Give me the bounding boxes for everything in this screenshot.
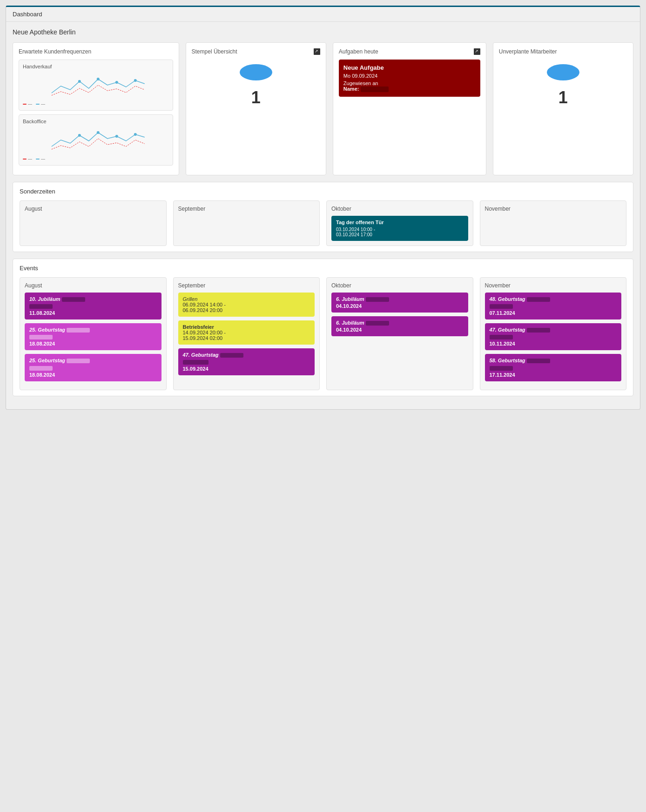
svg-point-4 bbox=[78, 134, 81, 137]
unverplante-title: Unverplante Mitarbeiter bbox=[499, 48, 627, 55]
sonderzeiten-months: August September Oktober Tag der offenen… bbox=[20, 200, 626, 246]
legend-item-4: — bbox=[36, 157, 45, 161]
svg-point-3 bbox=[134, 79, 137, 82]
event-nov-2[interactable]: 47. Geburtstag 10.11.2024 bbox=[485, 323, 622, 350]
blurred-name-2 bbox=[67, 328, 90, 333]
event-nov-3[interactable]: 58. Geburtstag 17.11.2024 bbox=[485, 354, 622, 381]
events-months: August 10. Jubiläum 11.08.2024 25. Gebur… bbox=[20, 277, 626, 390]
sonderzeiten-august: August bbox=[20, 200, 167, 246]
event-okt-1[interactable]: 6. Jubiläum 04.10.2024 bbox=[331, 293, 468, 313]
sonderzeiten-section: Sonderzeiten August September Oktober Ta… bbox=[13, 182, 633, 252]
events-november: November 48. Geburtstag 07.11.2024 47. G… bbox=[480, 277, 627, 390]
backoffice-title: Backoffice bbox=[23, 119, 169, 124]
events-title: Events bbox=[20, 265, 38, 272]
sonderzeiten-title: Sonderzeiten bbox=[20, 188, 55, 195]
event-sep-1[interactable]: Grillen 06.09.2024 14:00 -06.09.2024 20:… bbox=[178, 293, 315, 317]
event-nov-1[interactable]: 48. Geburtstag 07.11.2024 bbox=[485, 293, 622, 319]
stempel-ext-icon[interactable] bbox=[314, 48, 320, 55]
widgets-row: Erwartete Kundenfrequenzen Handverkauf bbox=[13, 42, 633, 175]
events-august: August 10. Jubiläum 11.08.2024 25. Gebur… bbox=[20, 277, 167, 390]
backoffice-card: Backoffice bbox=[19, 114, 173, 166]
unverplante-blob bbox=[547, 64, 579, 80]
event-aug-1[interactable]: 10. Jubiläum 11.08.2024 bbox=[25, 293, 162, 319]
stempel-count: 1 bbox=[251, 88, 261, 107]
legend-item-2: — bbox=[36, 102, 45, 106]
legend-item-3: — bbox=[23, 157, 32, 161]
pharmacy-name: Neue Apotheke Berlin bbox=[13, 28, 633, 36]
handverkauf-legend: — — bbox=[23, 102, 169, 106]
handverkauf-chart bbox=[23, 72, 169, 100]
events-section: Events August 10. Jubiläum 11.08.2024 25… bbox=[13, 259, 633, 396]
event-aug-2[interactable]: 25. Geburtstag 18.08.2024 bbox=[25, 323, 162, 350]
kundenfrequenzen-widget: Erwartete Kundenfrequenzen Handverkauf bbox=[13, 42, 179, 175]
sonderzeiten-november: November bbox=[480, 200, 627, 246]
sonderzeiten-oktober: Oktober Tag der offenen Tür 03.10.2024 1… bbox=[326, 200, 473, 246]
backoffice-legend: — — bbox=[23, 157, 169, 161]
task-card[interactable]: Neue Aufgabe Mo 09.09.2024 Zugewiesen an… bbox=[339, 60, 480, 97]
unverplante-count: 1 bbox=[559, 88, 568, 107]
stempel-blob bbox=[240, 64, 272, 80]
svg-point-0 bbox=[78, 80, 81, 83]
events-september: September Grillen 06.09.2024 14:00 -06.0… bbox=[173, 277, 320, 390]
sonderzeiten-september: September bbox=[173, 200, 320, 246]
unverplante-widget: Unverplante Mitarbeiter 1 bbox=[493, 42, 633, 175]
sonderzeiten-header: Sonderzeiten bbox=[20, 188, 626, 195]
tag-der-offenen-tuer-card[interactable]: Tag der offenen Tür 03.10.2024 10:00 -03… bbox=[331, 216, 468, 241]
svg-point-6 bbox=[115, 135, 118, 138]
backoffice-chart bbox=[23, 127, 169, 155]
aufgaben-widget: Aufgaben heute Neue Aufgabe Mo 09.09.202… bbox=[333, 42, 486, 175]
events-header: Events bbox=[20, 265, 626, 272]
svg-point-7 bbox=[134, 133, 137, 136]
window-title-text: Dashboard bbox=[13, 11, 42, 18]
aufgaben-title: Aufgaben heute bbox=[339, 48, 480, 55]
event-sep-3[interactable]: 47. Geburtstag 15.09.2024 bbox=[178, 348, 315, 375]
blurred-name-3 bbox=[67, 359, 90, 363]
kundenfrequenzen-title: Erwartete Kundenfrequenzen bbox=[19, 48, 173, 55]
main-window: Dashboard Neue Apotheke Berlin Erwartete… bbox=[6, 6, 640, 410]
blurred-name bbox=[62, 297, 85, 302]
svg-point-1 bbox=[97, 78, 100, 80]
window-title: Dashboard bbox=[6, 7, 640, 22]
handverkauf-card: Handverkauf bbox=[19, 60, 173, 111]
task-title: Neue Aufgabe bbox=[343, 64, 476, 71]
event-aug-3[interactable]: 25. Geburtstag 18.08.2024 bbox=[25, 354, 162, 381]
task-name-blurred bbox=[361, 87, 389, 92]
task-assigned: Zugewiesen an Name: bbox=[343, 80, 476, 92]
stempel-widget: Stempel Übersicht 1 bbox=[186, 42, 326, 175]
aufgaben-ext-icon[interactable] bbox=[474, 48, 480, 55]
handverkauf-title: Handverkauf bbox=[23, 64, 169, 69]
legend-item-1: — bbox=[23, 102, 32, 106]
event-okt-2[interactable]: 6. Jubiläum 04.10.2024 bbox=[331, 316, 468, 336]
event-sep-2[interactable]: Betriebsfeier 14.09.2024 20:00 -15.09.20… bbox=[178, 320, 315, 345]
svg-point-2 bbox=[115, 81, 118, 84]
events-oktober: Oktober 6. Jubiläum 04.10.2024 6. Jubilä… bbox=[326, 277, 473, 390]
task-date: Mo 09.09.2024 bbox=[343, 73, 476, 79]
stempel-title: Stempel Übersicht bbox=[192, 48, 320, 55]
svg-point-5 bbox=[97, 131, 100, 134]
